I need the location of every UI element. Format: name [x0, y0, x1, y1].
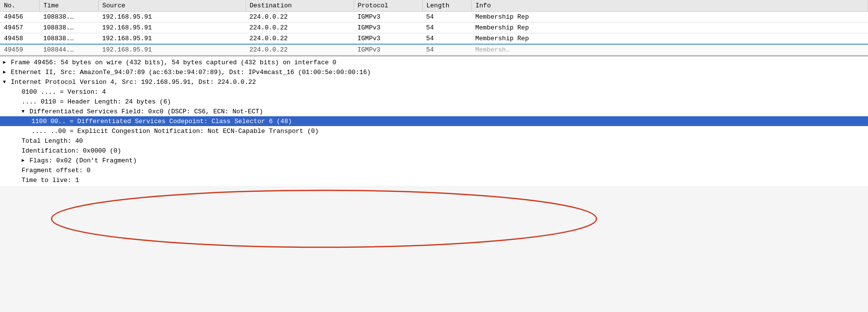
expand-icon-ethernet[interactable]: ►: [3, 70, 9, 75]
table-cell: IGMPv3: [353, 12, 422, 23]
table-row[interactable]: 49457108838.…192.168.95.91224.0.0.22IGMP…: [0, 23, 868, 33]
ttl-text: Time to live: 1: [22, 177, 79, 184]
table-cell: 49459: [0, 44, 39, 55]
packet-table: No. Time Source Destination Protocol Len…: [0, 0, 868, 55]
col-header-info[interactable]: Info: [471, 0, 868, 12]
table-row[interactable]: 49456108838.…192.168.95.91224.0.0.22IGMP…: [0, 12, 868, 23]
detail-panel: ► Frame 49456: 54 bytes on wire (432 bit…: [0, 55, 868, 186]
table-cell: 54: [422, 33, 471, 45]
ethernet-text: Ethernet II, Src: AmazonTe_94:07:89 (ac:…: [11, 69, 371, 76]
table-cell: IGMPv3: [353, 33, 422, 45]
expand-icon-ip[interactable]: ▼: [3, 79, 9, 85]
table-cell: 192.168.95.91: [98, 23, 245, 33]
table-row[interactable]: 49458108838.…192.168.95.91224.0.0.22IGMP…: [0, 33, 868, 45]
dscp-text: 1100 00.. = Differentiated Services Code…: [31, 118, 292, 125]
table-cell: 192.168.95.91: [98, 44, 245, 55]
table-header: No. Time Source Destination Protocol Len…: [0, 0, 868, 12]
col-header-src[interactable]: Source: [98, 0, 245, 12]
flags-text: Flags: 0x02 (Don't Fragment): [29, 157, 136, 164]
version-row[interactable]: 0100 .... = Version: 4: [0, 87, 868, 97]
col-header-len[interactable]: Length: [422, 0, 471, 12]
table-cell: 54: [422, 44, 471, 55]
fragment-row[interactable]: Fragment offset: 0: [0, 165, 868, 175]
header-len-text: .... 0110 = Header Length: 24 bytes (6): [22, 98, 171, 105]
table-cell: 224.0.0.22: [245, 44, 353, 55]
table-row[interactable]: 49459108844.…192.168.95.91224.0.0.22IGMP…: [0, 44, 868, 55]
expand-icon-frame[interactable]: ►: [3, 60, 9, 65]
detail-panel-wrapper: ► Frame 49456: 54 bytes on wire (432 bit…: [0, 55, 868, 186]
table-cell: 192.168.95.91: [98, 33, 245, 45]
total-len-text: Total Length: 40: [22, 137, 83, 145]
col-header-no[interactable]: No.: [0, 0, 39, 12]
table-cell: Membership Rep: [471, 33, 868, 45]
table-cell: 224.0.0.22: [245, 12, 353, 23]
flags-row[interactable]: ► Flags: 0x02 (Don't Fragment): [0, 156, 868, 165]
ip-text: Internet Protocol Version 4, Src: 192.16…: [11, 78, 256, 86]
ethernet-row[interactable]: ► Ethernet II, Src: AmazonTe_94:07:89 (a…: [0, 67, 868, 77]
ecn-text: .... ..00 = Explicit Congestion Notifica…: [31, 128, 319, 135]
col-header-time[interactable]: Time: [39, 0, 98, 12]
table-cell: 224.0.0.22: [245, 33, 353, 45]
frame-text: Frame 49456: 54 bytes on wire (432 bits)…: [11, 59, 336, 66]
table-cell: 49457: [0, 23, 39, 33]
dsf-row[interactable]: ▼ Differentiated Services Field: 0xc0 (D…: [0, 106, 868, 116]
header-len-row[interactable]: .... 0110 = Header Length: 24 bytes (6): [0, 97, 868, 106]
ident-row[interactable]: Identification: 0x0000 (0): [0, 146, 868, 156]
table-cell: IGMPv3: [353, 44, 422, 55]
table-cell: Membership Rep: [471, 23, 868, 33]
col-header-proto[interactable]: Protocol: [353, 0, 422, 12]
table-cell: IGMPv3: [353, 23, 422, 33]
expand-icon-dsf[interactable]: ▼: [22, 109, 27, 114]
ip-row[interactable]: ▼ Internet Protocol Version 4, Src: 192.…: [0, 77, 868, 87]
table-cell: 108838.…: [39, 33, 98, 45]
table-cell: Membersh…: [471, 44, 868, 55]
fragment-text: Fragment offset: 0: [22, 167, 90, 174]
table-cell: 108844.…: [39, 44, 98, 55]
ttl-row[interactable]: Time to live: 1: [0, 175, 868, 185]
expand-icon-flags[interactable]: ►: [22, 158, 27, 163]
table-cell: 192.168.95.91: [98, 12, 245, 23]
col-header-dst[interactable]: Destination: [245, 0, 353, 12]
ident-text: Identification: 0x0000 (0): [22, 147, 121, 155]
packet-list: No. Time Source Destination Protocol Len…: [0, 0, 868, 55]
table-cell: 224.0.0.22: [245, 23, 353, 33]
table-cell: Membership Rep: [471, 12, 868, 23]
dsf-text: Differentiated Services Field: 0xc0 (DSC…: [29, 108, 263, 115]
frame-row[interactable]: ► Frame 49456: 54 bytes on wire (432 bit…: [0, 57, 868, 67]
table-cell: 108838.…: [39, 12, 98, 23]
ecn-row[interactable]: .... ..00 = Explicit Congestion Notifica…: [0, 126, 868, 136]
version-text: 0100 .... = Version: 4: [22, 88, 106, 96]
table-cell: 54: [422, 23, 471, 33]
svg-point-0: [52, 190, 597, 247]
table-cell: 49458: [0, 33, 39, 45]
table-cell: 49456: [0, 12, 39, 23]
total-len-row[interactable]: Total Length: 40: [0, 136, 868, 146]
dscp-row[interactable]: 1100 00.. = Differentiated Services Code…: [0, 116, 868, 126]
table-cell: 108838.…: [39, 23, 98, 33]
table-cell: 54: [422, 12, 471, 23]
